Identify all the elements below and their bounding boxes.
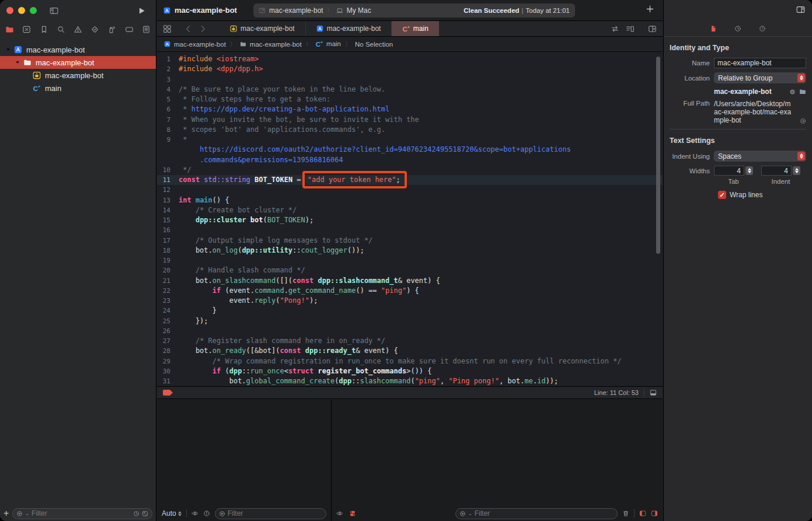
clear-console-icon[interactable] — [622, 510, 629, 517]
code-line[interactable]: 7 * When you invite the bot, be sure to … — [157, 115, 663, 125]
tag-navigator-icon[interactable] — [125, 25, 134, 34]
code-line[interactable]: 23 event.reply("Pong!"); — [157, 296, 663, 306]
code-line[interactable]: 31 bot.global_command_create(dpp::slashc… — [157, 376, 663, 386]
line-number[interactable]: 25 — [157, 316, 179, 326]
choose-folder-icon[interactable] — [799, 88, 806, 95]
line-number[interactable] — [157, 155, 179, 165]
navigator-item-mac-example-bot[interactable]: mac-example-bot — [0, 43, 156, 56]
stepper-icon[interactable] — [745, 166, 753, 175]
line-number[interactable]: 30 — [157, 366, 179, 376]
location-popup[interactable]: Relative to Group — [714, 72, 806, 83]
variables-filter-field[interactable]: Filter — [215, 508, 326, 519]
code-line[interactable]: 10 */ — [157, 165, 663, 175]
code-line[interactable]: 5 * Follow steps here to get a token: — [157, 95, 663, 104]
line-number[interactable]: 15 — [157, 215, 179, 225]
code-line[interactable]: 3 — [157, 75, 663, 85]
line-number[interactable]: 26 — [157, 326, 179, 336]
line-number[interactable]: 4 — [157, 85, 179, 95]
related-items-icon[interactable] — [611, 25, 619, 33]
line-number[interactable]: 16 — [157, 225, 179, 235]
adjust-editor-options-icon[interactable] — [626, 25, 635, 33]
navigator-item-mac-example-bot[interactable]: mac-example-bot — [0, 69, 156, 82]
line-number[interactable]: 21 — [157, 276, 179, 286]
line-number[interactable]: 12 — [157, 185, 179, 195]
line-number[interactable]: 31 — [157, 376, 179, 386]
line-number[interactable]: 22 — [157, 286, 179, 296]
back-icon[interactable] — [184, 25, 193, 33]
spray-navigator-icon[interactable] — [107, 25, 116, 34]
show-console-view-icon[interactable] — [651, 510, 658, 517]
code-line[interactable]: 22 if (event.command.get_command_name() … — [157, 286, 663, 296]
code-line[interactable]: 28 bot.on_ready([&bot](const dpp::ready_… — [157, 346, 663, 356]
info-icon[interactable] — [203, 510, 210, 517]
line-number[interactable]: 11 — [157, 175, 179, 185]
variables-scope-popup[interactable]: Auto — [162, 509, 182, 517]
history-inspector-icon[interactable] — [734, 25, 741, 32]
console-view[interactable]: ⌄ Filter — [332, 400, 663, 521]
zoom-button[interactable] — [30, 7, 37, 14]
editor-scrollbar[interactable] — [656, 57, 660, 254]
name-field[interactable]: mac-example-bot — [714, 58, 806, 68]
code-line[interactable]: 29 /* Wrap command registration in run_o… — [157, 356, 663, 366]
show-variables-view-icon[interactable] — [639, 510, 646, 517]
code-line[interactable]: .commands&permissions=139586816064 — [157, 155, 663, 165]
code-line[interactable]: 1#include <iostream> — [157, 54, 663, 64]
indent-using-popup[interactable]: Spaces — [714, 151, 806, 162]
folder-navigator-icon[interactable] — [5, 25, 14, 34]
editor-tab-mac-example-bot[interactable]: mac-example-bot — [219, 21, 306, 36]
diamond-navigator-icon[interactable] — [90, 25, 99, 34]
code-line[interactable]: 6 * https://dpp.dev/creating-a-bot-appli… — [157, 104, 663, 114]
code-line[interactable]: 26 — [157, 326, 663, 336]
code-line[interactable]: 8 * scopes 'bot' and 'applications.comma… — [157, 125, 663, 135]
line-number[interactable]: 27 — [157, 336, 179, 346]
run-button[interactable] — [137, 6, 146, 15]
library-plus-button[interactable] — [646, 5, 654, 13]
code-line[interactable]: 30 if (dpp::run_once<struct register_bot… — [157, 366, 663, 376]
scheme-selector[interactable]: mac-example-bot 〉 My Mac — [259, 6, 371, 15]
breakpoints-toggle-icon[interactable] — [163, 390, 173, 396]
code-line[interactable]: https://discord.com/oauth2/authorize?cli… — [157, 145, 663, 155]
code-line[interactable]: 24 } — [157, 306, 663, 316]
source-control-status-filter-icon[interactable] — [142, 510, 148, 517]
close-button[interactable] — [6, 7, 13, 14]
code-line[interactable]: 9 * — [157, 135, 663, 145]
disclosure-chevron-icon[interactable] — [5, 46, 12, 53]
add-editor-icon[interactable] — [648, 25, 657, 33]
line-number[interactable]: 7 — [157, 115, 179, 125]
line-number[interactable]: 29 — [157, 356, 179, 366]
warning-navigator-icon[interactable] — [74, 25, 82, 34]
code-line[interactable]: 2#include <dpp/dpp.h> — [157, 64, 663, 74]
code-line[interactable]: 20 /* Handle slash command */ — [157, 265, 663, 275]
line-number[interactable]: 8 — [157, 125, 179, 135]
tab-overview-icon[interactable] — [163, 25, 172, 33]
reveal-in-finder-icon[interactable] — [800, 118, 806, 124]
line-number[interactable]: 6 — [157, 104, 179, 114]
line-number[interactable]: 9 — [157, 135, 179, 145]
quick-look-icon[interactable] — [336, 510, 343, 517]
editor-tab-main[interactable]: C+main — [392, 21, 438, 36]
code-line[interactable]: 19 — [157, 256, 663, 265]
line-number[interactable]: 19 — [157, 256, 179, 265]
toggle-navigator-icon[interactable] — [50, 6, 58, 15]
quick-look-icon[interactable] — [191, 510, 198, 517]
line-number[interactable]: 20 — [157, 265, 179, 275]
search-navigator-icon[interactable] — [57, 25, 65, 34]
toggle-debug-area-icon[interactable] — [650, 389, 657, 396]
stepper-icon[interactable] — [793, 166, 800, 175]
clear-location-icon[interactable] — [789, 89, 796, 95]
line-number[interactable] — [157, 145, 179, 155]
console-toggles-icon[interactable] — [349, 510, 356, 517]
line-number[interactable]: 10 — [157, 165, 179, 175]
source-editor[interactable]: 1#include <iostream>2#include <dpp/dpp.h… — [157, 53, 663, 386]
code-line[interactable]: 15 dpp::cluster bot(BOT_TOKEN); — [157, 215, 663, 225]
code-line[interactable]: 27 /* Register slash command here in on_… — [157, 336, 663, 346]
line-number[interactable]: 24 — [157, 306, 179, 316]
code-line[interactable]: 18 bot.on_log(dpp::utility::cout_logger(… — [157, 246, 663, 256]
line-number[interactable]: 28 — [157, 346, 179, 356]
code-line[interactable]: 25 }); — [157, 316, 663, 326]
line-number[interactable]: 23 — [157, 296, 179, 306]
breadcrumb-item[interactable]: No Selection — [355, 41, 393, 48]
breadcrumb-item[interactable]: mac-example-bot — [164, 41, 226, 48]
help-inspector-icon[interactable]: ? — [759, 25, 766, 32]
add-item-button[interactable]: + — [4, 509, 9, 518]
